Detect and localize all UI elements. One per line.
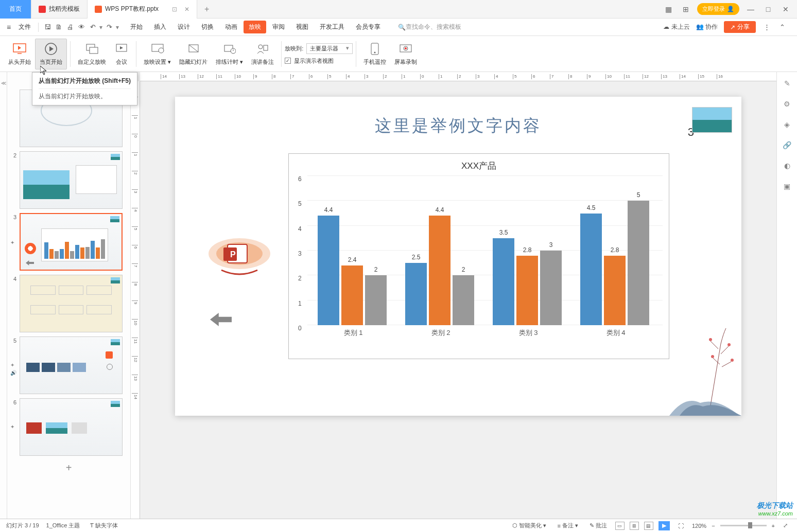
login-button[interactable]: 立即登录 👤 — [697, 3, 739, 15]
display-select[interactable]: 主要显示器 ▾ — [306, 43, 353, 54]
main-area: ≪ 2 3 这里是举例文字内容 — [0, 72, 797, 532]
missing-fonts-button[interactable]: Ƭ缺失字体 — [87, 521, 121, 530]
material-icon[interactable]: ◐ — [782, 161, 792, 171]
zoom-level[interactable]: 120% — [692, 523, 706, 529]
more-icon[interactable]: ⋮ — [762, 23, 771, 32]
reading-view-button[interactable]: ▤ — [644, 522, 653, 530]
undo-dropdown[interactable]: ▾ — [99, 24, 102, 31]
print-preview-icon[interactable]: 👁 — [77, 23, 86, 32]
menu-dev[interactable]: 开发工具 — [315, 21, 350, 33]
redo-dropdown[interactable]: ▾ — [116, 24, 119, 31]
slide-thumbnail-4[interactable]: 4 — [7, 273, 130, 334]
svg-point-22 — [405, 47, 407, 49]
menu-transition[interactable]: 切换 — [196, 21, 219, 33]
rehearse-button[interactable]: 排练计时 ▾ — [212, 39, 247, 69]
add-slide-button[interactable]: + — [7, 458, 130, 478]
slides-icon — [85, 42, 99, 56]
normal-view-button[interactable]: ▭ — [615, 522, 625, 530]
screen-record-button[interactable]: 屏幕录制 — [390, 39, 421, 69]
menu-member[interactable]: 会员专享 — [351, 21, 386, 33]
svg-line-12 — [189, 45, 198, 52]
svg-point-10 — [159, 48, 164, 53]
notes-toggle[interactable]: ≡ 备注 ▾ — [555, 521, 581, 530]
save-icon[interactable]: 🖫 — [43, 23, 52, 32]
minimize-button[interactable]: — — [744, 5, 757, 13]
speaker-notes-button[interactable]: 演讲备注 — [247, 39, 278, 69]
menu-insert[interactable]: 插入 — [149, 21, 171, 33]
share-button[interactable]: ↗分享 — [724, 21, 756, 33]
label: 手机遥控 — [363, 58, 386, 66]
pencil-icon[interactable]: ✎ — [782, 78, 792, 88]
slide-thumbnail-5[interactable]: 5 这里是举例文字内容 ✦🔊 — [7, 334, 130, 396]
show-settings-button[interactable]: 放映设置 ▾ — [140, 39, 175, 69]
cube-icon[interactable]: ◈ — [782, 119, 792, 130]
slide-stage[interactable]: 这里是举例文字内容 3 P XXX产品 01234564.42.422 — [140, 81, 776, 519]
slideshow-view-button[interactable]: ▶ — [659, 521, 670, 530]
meeting-button[interactable]: 会议 — [110, 39, 133, 69]
template-icon[interactable]: ▣ — [782, 181, 792, 191]
play-circle-icon — [44, 42, 58, 56]
maximize-button[interactable]: □ — [762, 5, 774, 13]
tab-label: WPS PPT教程.pptx — [105, 5, 159, 13]
label: 屏幕录制 — [394, 58, 417, 66]
animation-icon: ✦ — [10, 424, 14, 430]
fullscreen-button[interactable]: ⤢ — [780, 521, 791, 530]
slide-thumbnail-3[interactable]: 3 这里是举例文字内容 ✦ — [7, 211, 130, 273]
link-icon[interactable]: 🔗 — [782, 140, 792, 150]
tooltip-desc: 从当前幻灯片开始放映。 — [39, 88, 131, 101]
svg-text:P: P — [230, 250, 236, 259]
chart-title: XXX产品 — [295, 160, 663, 172]
add-tab-button[interactable]: + — [197, 5, 216, 14]
menu-view[interactable]: 视图 — [291, 21, 314, 33]
zoom-slider[interactable] — [720, 525, 767, 526]
collab-button[interactable]: 👥 协作 — [696, 23, 718, 31]
document-tab[interactable]: WPS PPT教程.pptx ⊡ ✕ — [88, 0, 197, 19]
hamburger-icon[interactable]: ≡ — [4, 23, 13, 31]
presenter-view-label: 显示演示者视图 — [294, 57, 334, 65]
hide-slide-icon — [186, 42, 201, 56]
person-notes-icon — [255, 42, 270, 56]
sorter-view-button[interactable]: ⊞ — [630, 522, 639, 530]
zoom-out[interactable]: − — [712, 523, 715, 529]
menu-slideshow[interactable]: 放映 — [244, 21, 266, 33]
search-box[interactable]: 🔍 查找命令、搜索模板 — [398, 23, 461, 31]
settings-icon[interactable]: ⚙ — [782, 99, 792, 109]
apps-icon[interactable]: ⊞ — [680, 5, 692, 13]
comments-toggle[interactable]: ✎ 批注 — [586, 521, 610, 530]
menu-design[interactable]: 设计 — [172, 21, 195, 33]
hide-slide-button[interactable]: 隐藏幻灯片 — [175, 39, 212, 69]
from-beginning-button[interactable]: 从头开始 — [4, 39, 35, 69]
close-tab-icon[interactable]: ✕ — [184, 6, 189, 13]
custom-show-button[interactable]: 自定义放映 — [74, 39, 110, 69]
main-toolbar: ≡ 文件 🖫 🗎 🖨 👁 ↶ ▾ ↷ ▾ 开始 插入 设计 切换 动画 放映 审… — [0, 19, 797, 36]
phone-remote-button[interactable]: 手机遥控 — [359, 39, 390, 69]
app-tab-bar: 首页 找稻壳模板 WPS PPT教程.pptx ⊡ ✕ + ▦ ⊞ 立即登录 👤… — [0, 0, 797, 19]
slide-thumbnail-6[interactable]: 6 这里是举例PPT ✦ — [7, 396, 130, 458]
label: 会议 — [116, 58, 127, 66]
grid-icon[interactable]: ▦ — [662, 5, 674, 13]
menu-animation[interactable]: 动画 — [220, 21, 242, 33]
from-current-button[interactable]: 当页开始 — [35, 39, 67, 69]
tab-menu-icon[interactable]: ⊡ — [172, 6, 177, 13]
save-as-icon[interactable]: 🗎 — [54, 23, 63, 32]
cloud-status[interactable]: ☁ 未上云 — [663, 23, 689, 31]
presenter-view-checkbox[interactable]: ✓ — [285, 58, 291, 64]
beautify-button[interactable]: ⬡智能美化 ▾ — [509, 521, 549, 530]
zoom-in[interactable]: + — [772, 523, 775, 529]
file-menu[interactable]: 文件 — [15, 23, 34, 31]
svg-point-16 — [258, 45, 263, 49]
menu-review[interactable]: 审阅 — [267, 21, 290, 33]
home-tab[interactable]: 首页 — [0, 0, 31, 19]
redo-icon[interactable]: ↷ — [105, 23, 114, 32]
fit-button[interactable]: ⛶ — [675, 522, 687, 530]
collapse-outline-button[interactable]: ≪ — [0, 72, 7, 532]
template-tab[interactable]: 找稻壳模板 — [31, 0, 88, 19]
slide-thumbnail-2[interactable]: 2 — [7, 149, 130, 211]
collapse-ribbon-icon[interactable]: ⌃ — [777, 23, 787, 32]
undo-icon[interactable]: ↶ — [88, 23, 97, 32]
menu-start[interactable]: 开始 — [125, 21, 148, 33]
print-icon[interactable]: 🖨 — [65, 23, 75, 32]
meeting-icon — [114, 42, 129, 56]
close-window-button[interactable]: ✕ — [779, 5, 792, 13]
slide-title: 这里是举例文字内容 — [375, 115, 542, 137]
